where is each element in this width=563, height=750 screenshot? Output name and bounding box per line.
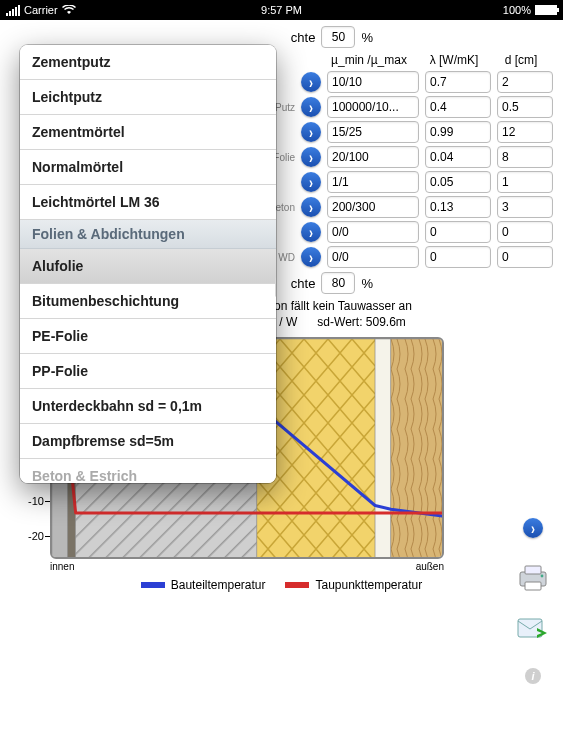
humidity-bottom-unit: % (361, 276, 373, 291)
material-item[interactable]: Unterdeckbahn sd = 0,1m (20, 389, 276, 424)
svg-rect-14 (518, 619, 542, 637)
printer-icon[interactable] (517, 564, 549, 592)
lambda-input[interactable] (425, 146, 491, 168)
humidity-top-input[interactable] (321, 26, 355, 48)
material-item[interactable]: Zementputz (20, 45, 276, 80)
material-item[interactable]: Leichtputz (20, 80, 276, 115)
d-input[interactable] (497, 246, 553, 268)
mu-input[interactable] (327, 246, 419, 268)
d-input[interactable] (497, 221, 553, 243)
legend: Bauteiltemperatur Taupunkttemperatur (10, 578, 553, 592)
lambda-input[interactable] (425, 246, 491, 268)
row-detail-button[interactable] (301, 172, 321, 192)
d-input[interactable] (497, 146, 553, 168)
plot-x-labels: innen außen (50, 561, 444, 572)
col-mu-header: µ_min /µ_max (323, 53, 415, 67)
svg-rect-9 (391, 339, 444, 559)
detail-button[interactable] (523, 518, 543, 538)
lambda-input[interactable] (425, 221, 491, 243)
material-item[interactable]: Zementmörtel (20, 115, 276, 150)
humidity-bottom-input[interactable] (321, 272, 355, 294)
svg-rect-8 (375, 339, 391, 559)
mu-input[interactable] (327, 221, 419, 243)
humidity-top-unit: % (361, 30, 373, 45)
material-item[interactable]: Alufolie (20, 249, 276, 284)
material-item[interactable]: PE-Folie (20, 319, 276, 354)
ytick: -20 (28, 530, 44, 542)
lambda-input[interactable] (425, 171, 491, 193)
mail-send-icon[interactable] (517, 618, 549, 642)
material-list[interactable]: ZementputzLeichtputzZementmörtelNormalmö… (20, 45, 276, 483)
battery-icon (535, 5, 557, 15)
humidity-bottom-label: chte (291, 276, 316, 291)
col-lambda-header: λ [W/mK] (421, 53, 487, 67)
humidity-top-label: chte (291, 30, 316, 45)
material-item[interactable]: Leichtmörtel LM 36 (20, 185, 276, 220)
ytick: -10 (28, 495, 44, 507)
svg-rect-11 (525, 566, 541, 574)
d-input[interactable] (497, 71, 553, 93)
info-icon[interactable]: i (525, 668, 541, 684)
status-bar: Carrier 9:57 PM 100% (0, 0, 563, 20)
material-section-faded: Beton & Estrich (20, 459, 276, 483)
tauwasser-line: tion fällt kein Tauwasser an (268, 299, 412, 313)
xlabel-innen: innen (50, 561, 74, 572)
status-time: 9:57 PM (0, 4, 563, 16)
lambda-input[interactable] (425, 96, 491, 118)
row-detail-button[interactable] (301, 97, 321, 117)
mu-input[interactable] (327, 171, 419, 193)
material-item[interactable]: Dampfbremse sd=5m (20, 424, 276, 459)
material-item[interactable]: Normalmörtel (20, 150, 276, 185)
legend-taupunkt: Taupunkttemperatur (315, 578, 422, 592)
row-detail-button[interactable] (301, 72, 321, 92)
d-input[interactable] (497, 96, 553, 118)
legend-swatch-taupunkt (285, 582, 309, 588)
mu-input[interactable] (327, 146, 419, 168)
d-input[interactable] (497, 121, 553, 143)
mu-input[interactable] (327, 121, 419, 143)
xlabel-aussen: außen (416, 561, 444, 572)
row-detail-button[interactable] (301, 247, 321, 267)
material-section-header: Folien & Abdichtungen (20, 220, 276, 249)
legend-bauteil: Bauteiltemperatur (171, 578, 266, 592)
material-item[interactable]: PP-Folie (20, 354, 276, 389)
row-detail-button[interactable] (301, 122, 321, 142)
col-d-header: d [cm] (493, 53, 549, 67)
svg-point-13 (541, 575, 544, 578)
d-input[interactable] (497, 196, 553, 218)
material-item[interactable]: Bitumenbeschichtung (20, 284, 276, 319)
mu-input[interactable] (327, 96, 419, 118)
mu-input[interactable] (327, 71, 419, 93)
mu-input[interactable] (327, 196, 419, 218)
d-input[interactable] (497, 171, 553, 193)
lambda-input[interactable] (425, 121, 491, 143)
material-popover: ZementputzLeichtputzZementmörtelNormalmö… (20, 45, 276, 483)
legend-swatch-bauteil (141, 582, 165, 588)
row-detail-button[interactable] (301, 222, 321, 242)
svg-rect-12 (525, 582, 541, 590)
row-detail-button[interactable] (301, 197, 321, 217)
row-detail-button[interactable] (301, 147, 321, 167)
lambda-input[interactable] (425, 71, 491, 93)
sd-value: sd-Wert: 509.6m (317, 315, 405, 329)
lambda-input[interactable] (425, 196, 491, 218)
